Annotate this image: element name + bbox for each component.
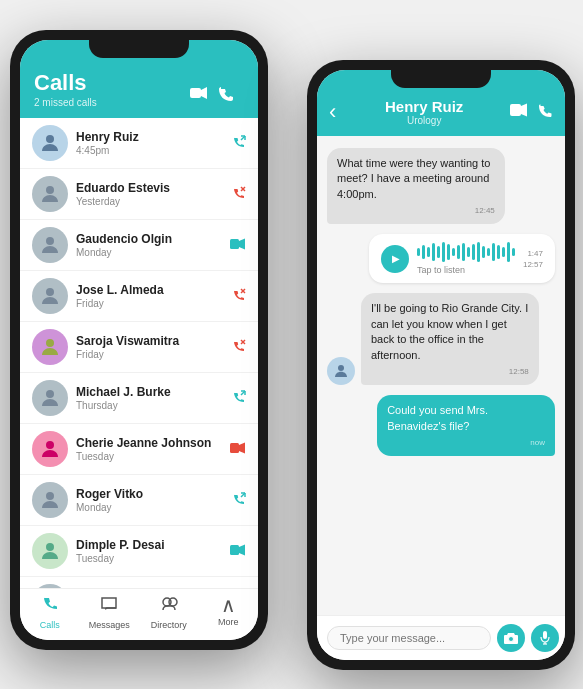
call-item-adrian[interactable]: Adrian Agapito Friday — [20, 577, 258, 588]
call-info-saroja: Saroja Viswamitra Friday — [76, 334, 224, 360]
voice-duration: 1:47 — [527, 249, 543, 258]
call-time-gaudencio: Monday — [76, 247, 222, 258]
video-call-icon[interactable] — [190, 86, 208, 106]
svg-rect-43 — [510, 104, 521, 116]
call-item-eduardo[interactable]: Eduardo Estevis Yesterday — [20, 169, 258, 220]
avatar-cherie — [32, 431, 68, 467]
nav-calls[interactable]: Calls — [28, 595, 72, 630]
nav-directory-label: Directory — [151, 620, 187, 630]
call-name-henry: Henry Ruiz — [76, 130, 224, 144]
svg-rect-10 — [230, 239, 239, 249]
call-info-roger: Roger Vitko Monday — [76, 487, 224, 513]
svg-rect-0 — [190, 88, 201, 98]
svg-point-9 — [46, 237, 54, 245]
call-item-dimple[interactable]: Dimple P. Desai Tuesday — [20, 526, 258, 577]
nav-messages[interactable]: Messages — [87, 595, 131, 630]
avatar-michael — [32, 380, 68, 416]
incoming-video-icon-1 — [230, 441, 246, 457]
call-info-dimple: Dimple P. Desai Tuesday — [76, 538, 222, 564]
svg-marker-1 — [201, 87, 207, 99]
svg-point-26 — [46, 492, 54, 500]
camera-button[interactable] — [497, 624, 525, 652]
msg-text-3: Could you send Mrs. Benavidez's file? — [387, 403, 545, 434]
nav-more[interactable]: ∧ More — [206, 595, 250, 630]
voice-message[interactable]: Tap to listen 1:47 12:57 — [369, 234, 555, 283]
call-name-cherie: Cherie Jeanne Johnson — [76, 436, 222, 450]
avatar-jose — [32, 278, 68, 314]
svg-rect-31 — [230, 545, 239, 555]
notch-left — [89, 40, 189, 58]
call-time-saroja: Friday — [76, 349, 224, 360]
msg-received-2: I'll be going to Rio Grande City. I can … — [361, 293, 539, 385]
svg-marker-25 — [239, 443, 245, 454]
avatar-henry — [32, 125, 68, 161]
outgoing-phone-icon — [232, 135, 246, 152]
calls-phone: Calls 2 missed calls — [10, 30, 268, 650]
incoming-phone-icon-1 — [232, 186, 246, 203]
call-item-michael[interactable]: Michael J. Burke Thursday — [20, 373, 258, 424]
call-item-cherie[interactable]: Cherie Jeanne Johnson Tuesday — [20, 424, 258, 475]
svg-point-23 — [46, 441, 54, 449]
voice-info: 1:47 12:57 — [523, 249, 543, 269]
svg-point-30 — [46, 543, 54, 551]
nav-directory[interactable]: Directory — [147, 595, 191, 630]
nav-more-label: More — [218, 617, 239, 627]
call-item-saroja[interactable]: Saroja Viswamitra Friday — [20, 322, 258, 373]
chat-contact-name: Henry Ruiz — [346, 98, 502, 115]
svg-marker-44 — [521, 104, 527, 117]
avatar-saroja — [32, 329, 68, 365]
chat-header-info: Henry Ruiz Urology — [346, 98, 502, 126]
voice-play-button[interactable] — [381, 245, 409, 273]
outgoing-phone-icon-3 — [232, 492, 246, 509]
nav-calls-label: Calls — [40, 620, 60, 630]
avatar-gaudencio — [32, 227, 68, 263]
call-time-jose: Friday — [76, 298, 224, 309]
msg-text-1: What time were they wanting to meet? I h… — [337, 156, 495, 202]
avatar-roger — [32, 482, 68, 518]
notch-right — [391, 70, 491, 88]
calls-phone-inner: Calls 2 missed calls — [20, 40, 258, 640]
call-info-cherie: Cherie Jeanne Johnson Tuesday — [76, 436, 222, 462]
msg-time-2: 12:58 — [371, 366, 529, 377]
svg-point-16 — [46, 339, 54, 347]
call-name-roger: Roger Vitko — [76, 487, 224, 501]
incoming-phone-icon-3 — [232, 339, 246, 356]
call-name-dimple: Dimple P. Desai — [76, 538, 222, 552]
chat-input-area — [317, 615, 565, 660]
svg-point-46 — [509, 637, 514, 642]
nav-more-icon: ∧ — [221, 595, 236, 615]
outgoing-phone-icon-2 — [232, 390, 246, 407]
msg-received-1: What time were they wanting to meet? I h… — [327, 148, 505, 224]
mic-button[interactable] — [531, 624, 559, 652]
call-info-gaudencio: Gaudencio Olgin Monday — [76, 232, 222, 258]
svg-point-6 — [46, 186, 54, 194]
chat-video-icon[interactable] — [510, 103, 528, 121]
svg-rect-47 — [543, 631, 547, 639]
call-time-dimple: Tuesday — [76, 553, 222, 564]
call-name-saroja: Saroja Viswamitra — [76, 334, 224, 348]
call-name-eduardo: Eduardo Estevis — [76, 181, 224, 195]
call-item-jose[interactable]: Jose L. Almeda Friday — [20, 271, 258, 322]
call-name-jose: Jose L. Almeda — [76, 283, 224, 297]
call-item-gaudencio[interactable]: Gaudencio Olgin Monday — [20, 220, 258, 271]
avatar-henry-chat — [327, 357, 355, 385]
phone-call-icon[interactable] — [218, 86, 234, 106]
chat-phone-icon[interactable] — [538, 103, 553, 121]
call-info-henry: Henry Ruiz 4:45pm — [76, 130, 224, 156]
call-list: Henry Ruiz 4:45pm — [20, 118, 258, 588]
call-item-henry[interactable]: Henry Ruiz 4:45pm — [20, 118, 258, 169]
call-time-eduardo: Yesterday — [76, 196, 224, 207]
chat-phone: ‹ Henry Ruiz Urology — [307, 60, 575, 670]
svg-point-13 — [46, 288, 54, 296]
svg-point-45 — [338, 365, 344, 371]
message-input[interactable] — [327, 626, 491, 650]
voice-waveform — [417, 242, 515, 262]
nav-directory-icon — [160, 595, 178, 618]
nav-messages-icon — [100, 595, 118, 618]
svg-rect-24 — [230, 443, 239, 453]
outgoing-video-icon-2 — [230, 543, 246, 559]
call-item-roger[interactable]: Roger Vitko Monday — [20, 475, 258, 526]
call-info-jose: Jose L. Almeda Friday — [76, 283, 224, 309]
msg-time-1: 12:45 — [337, 205, 495, 216]
back-button[interactable]: ‹ — [329, 101, 336, 123]
